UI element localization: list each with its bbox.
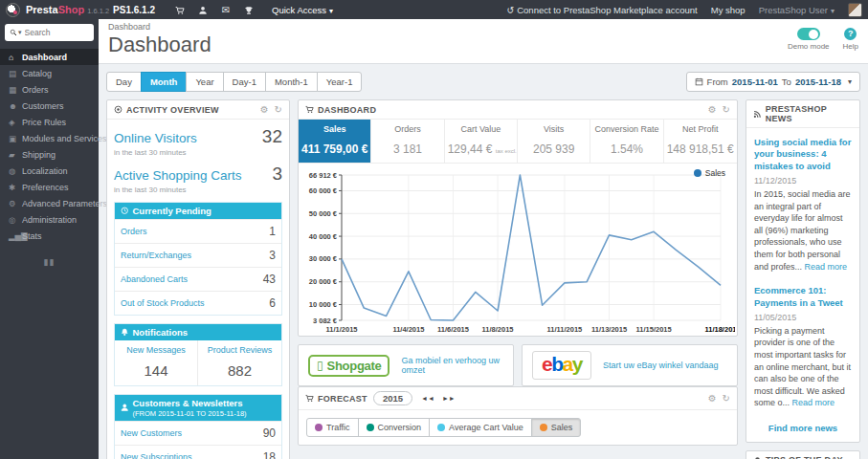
gear-icon[interactable]: ⚙ (260, 104, 269, 115)
page-header: Dashboard Dashboard Demo mode ? Help (99, 19, 868, 64)
pending-returns-link[interactable]: Return/Exchanges (121, 251, 269, 260)
avatar[interactable] (848, 3, 862, 17)
news-article-title-link[interactable]: Using social media for your business: 4 … (754, 137, 852, 172)
read-more-link[interactable]: Read more (792, 398, 835, 407)
cart-icon (305, 105, 314, 114)
avg-cart-value-dot-icon (437, 424, 445, 431)
sidebar-search[interactable]: ▾ (5, 24, 94, 41)
sidebar-item-modules[interactable]: ▣Modules and Services (0, 130, 99, 146)
table-row: Out of Stock Products6 (115, 291, 281, 315)
new-messages-link[interactable]: New Messages (117, 345, 195, 355)
gear-icon[interactable]: ⚙ (708, 104, 717, 115)
traffic-dot-icon (315, 424, 323, 431)
kpi-visits[interactable]: Visits205 939 (518, 120, 590, 163)
active-carts-link[interactable]: Active Shopping Carts (114, 168, 272, 183)
kpi-orders[interactable]: Orders3 181 (371, 120, 444, 163)
toggle-conversion[interactable]: Conversion (358, 418, 431, 437)
cart-icon[interactable] (168, 4, 191, 14)
sidebar-item-localization[interactable]: ◍Localization (0, 163, 99, 179)
refresh-icon[interactable]: ↻ (275, 104, 282, 115)
marketplace-link[interactable]: ↺ Connect to PrestaShop Marketplace acco… (507, 5, 698, 15)
news-article-date: 11/05/2015 (754, 313, 852, 322)
svg-text:11/4/2015: 11/4/2015 (392, 325, 424, 334)
sidebar-item-catalog[interactable]: ▤Catalog (0, 65, 99, 81)
filter-year-button[interactable]: Year (186, 72, 223, 92)
kpi-net-profit[interactable]: Net Profit148 918,51 € tax excl. (664, 120, 737, 163)
trophy-icon[interactable] (237, 4, 260, 14)
help-icon[interactable]: ? (844, 28, 857, 40)
dashboard-icon: ⌂ (9, 53, 22, 62)
search-input[interactable] (25, 28, 80, 37)
sales-chart: Sales 66 912 €60 000 €50 000 €40 000 €30… (299, 164, 737, 336)
prestashop-logo[interactable] (6, 3, 20, 17)
abandoned-carts-link[interactable]: Abandoned Carts (121, 274, 263, 284)
sidebar-item-dashboard[interactable]: ⌂Dashboard (0, 49, 99, 65)
filter-year-1-button[interactable]: Year-1 (317, 72, 363, 92)
shopgate-link[interactable]: Ga mobiel en verhoog uw omzet (401, 356, 503, 375)
sidebar-item-stats[interactable]: ▂▅▇Stats (0, 228, 99, 244)
demo-mode-control[interactable]: Demo mode (788, 28, 830, 51)
date-range-picker[interactable]: From 2015-11-01 To 2015-11-18 ▾ (686, 72, 860, 92)
sidebar-item-price-rules[interactable]: ◈Price Rules (0, 114, 99, 130)
filter-day-button[interactable]: Day (106, 72, 142, 92)
sidebar-item-orders[interactable]: ▦Orders (0, 81, 99, 98)
chart-legend[interactable]: Sales (694, 168, 725, 178)
svg-text:11/1/2015: 11/1/2015 (326, 325, 358, 334)
news-article: Using social media for your business: 4 … (754, 137, 852, 273)
app-window: PrestaShop 1.6.1.2 PS1.6.1.2 ✉ Quick Acc… (0, 0, 868, 459)
new-customers-link[interactable]: New Customers (121, 428, 263, 438)
online-visitors-link[interactable]: Online Visitors (114, 131, 262, 145)
help-control[interactable]: ? Help (843, 28, 858, 51)
out-of-stock-link[interactable]: Out of Stock Products (121, 298, 269, 308)
svg-text:11/18/201: 11/18/201 (705, 325, 735, 334)
news-article-title-link[interactable]: Ecommerce 101: Payments in a Tweet (754, 285, 852, 309)
sidebar-collapse-button[interactable]: ▮▮ (0, 257, 99, 267)
forecast-toggle-group: Traffic Conversion Average Cart Value Sa… (299, 410, 589, 445)
customers-quick-icon[interactable] (191, 4, 214, 14)
sidebar-item-shipping[interactable]: ▰Shipping (0, 146, 99, 163)
kpi-row: Sales411 759,00 € tax excl. Orders3 181 … (299, 120, 737, 164)
gear-icon[interactable]: ⚙ (708, 393, 717, 404)
orders-icon: ▦ (9, 85, 22, 95)
svg-text:11/6/2015: 11/6/2015 (437, 325, 469, 334)
shopgate-promo-card[interactable]: ▯Shopgate Ga mobiel en verhoog uw omzet (298, 344, 514, 386)
quick-access-menu[interactable]: Quick Access▾ (272, 5, 333, 15)
kpi-sales[interactable]: Sales411 759,00 € tax excl. (299, 120, 371, 163)
filter-month-1-button[interactable]: Month-1 (265, 72, 318, 92)
conversion-dot-icon (367, 424, 374, 431)
ebay-link[interactable]: Start uw eBay winkel vandaag (603, 361, 719, 370)
news-article-date: 11/12/2015 (754, 176, 852, 186)
new-subscriptions-link[interactable]: New Subscriptions (121, 452, 263, 459)
my-shop-link[interactable]: My shop (711, 5, 746, 15)
sidebar-item-customers[interactable]: ☻Customers (0, 98, 99, 114)
mail-icon[interactable]: ✉ (214, 5, 237, 15)
user-menu[interactable]: PrestaShop User▾ (759, 5, 835, 15)
filter-month-button[interactable]: Month (141, 72, 188, 92)
currently-pending-section: Currently Pending Orders1 Return/Exchang… (114, 202, 282, 316)
sidebar-item-preferences[interactable]: ✱Preferences (0, 179, 99, 195)
find-more-news-link[interactable]: Find more news (754, 423, 852, 433)
toggle-traffic[interactable]: Traffic (306, 418, 359, 437)
forecast-next-button[interactable]: ►► (439, 393, 458, 404)
refresh-icon[interactable]: ↻ (723, 104, 730, 115)
ebay-promo-card[interactable]: ebay Start uw eBay winkel vandaag (522, 344, 738, 386)
breadcrumb[interactable]: Dashboard (108, 22, 788, 32)
demo-mode-toggle[interactable] (797, 28, 820, 40)
product-reviews-link[interactable]: Product Reviews (200, 345, 279, 355)
pending-orders-link[interactable]: Orders (121, 227, 269, 236)
tips-of-the-day-panel: TIPS OF THE DAY ingenico Payment service… (746, 450, 860, 459)
filter-day-1-button[interactable]: Day-1 (223, 72, 266, 92)
calendar-icon (695, 77, 703, 86)
sidebar-item-administration[interactable]: ◎Administration (0, 211, 99, 228)
toggle-sales[interactable]: Sales (531, 418, 582, 437)
kpi-conversion-rate[interactable]: Conversion Rate1.54% (590, 120, 663, 163)
read-more-link[interactable]: Read more (805, 262, 848, 272)
toggle-average-cart-value[interactable]: Average Cart Value (429, 418, 532, 437)
cart-icon (305, 394, 314, 403)
sidebar-item-advanced-parameters[interactable]: ⚙Advanced Parameters (0, 195, 99, 211)
ebay-logo: ebay (532, 351, 591, 379)
refresh-icon[interactable]: ↻ (723, 393, 730, 404)
forecast-prev-button[interactable]: ◄◄ (418, 393, 437, 404)
kpi-cart-value[interactable]: Cart Value129,44 € tax excl. (445, 120, 518, 163)
phone-icon: ▯ (317, 359, 323, 372)
